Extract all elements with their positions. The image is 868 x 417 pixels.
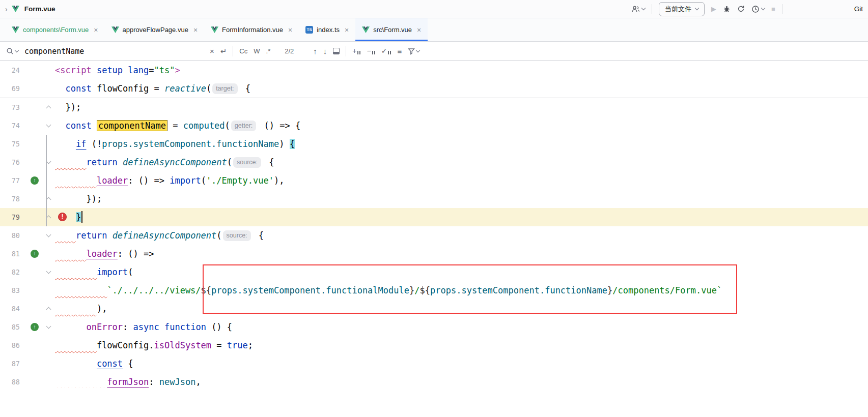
- fold-down-icon[interactable]: [46, 324, 51, 329]
- open-in-find-window-button[interactable]: [333, 48, 340, 54]
- code-line[interactable]: 82 import(: [0, 263, 868, 281]
- line-number[interactable]: 77: [0, 171, 24, 190]
- code-line[interactable]: 75 if (!props.systemComponent.functionNa…: [0, 135, 868, 153]
- code-line[interactable]: 81↑ loader: () =>: [0, 245, 868, 263]
- editor-tab[interactable]: FormInformation.vue×: [204, 18, 299, 41]
- code-editor[interactable]: 24<script setup lang="ts">69 const flowC…: [0, 61, 868, 417]
- fold-up-icon[interactable]: [46, 307, 51, 312]
- search-options-button[interactable]: ≡: [397, 47, 402, 55]
- fold-down-icon[interactable]: [46, 269, 51, 274]
- match-case-toggle[interactable]: Cc: [239, 47, 247, 55]
- rerun-button[interactable]: [737, 5, 745, 13]
- code-line[interactable]: 88 formJson: newJson,: [0, 373, 868, 391]
- code-line-content[interactable]: loader: () => import('./Empty.vue'),: [55, 171, 868, 190]
- code-line[interactable]: 86 flowConfig.isOldSystem = true;: [0, 336, 868, 354]
- filter-button[interactable]: [408, 48, 419, 55]
- editor-tab[interactable]: components\Form.vue×: [5, 18, 105, 41]
- code-line-content[interactable]: return defineAsyncComponent(source: {: [55, 226, 868, 245]
- select-all-matches-button[interactable]: ✓: [381, 48, 391, 54]
- line-number[interactable]: 74: [0, 116, 24, 135]
- tab-close-icon[interactable]: ×: [417, 26, 421, 34]
- line-number[interactable]: 86: [0, 336, 24, 354]
- green-arrow-gutter-icon[interactable]: ↑: [31, 250, 39, 258]
- code-line[interactable]: 76 return defineAsyncComponent(source: {: [0, 153, 868, 171]
- code-line[interactable]: 78 });: [0, 190, 868, 208]
- line-number[interactable]: 69: [0, 79, 24, 98]
- code-line[interactable]: 74 const componentName = computed(getter…: [0, 116, 868, 135]
- line-number[interactable]: 81: [0, 245, 24, 263]
- error-icon[interactable]: !: [58, 213, 67, 221]
- tab-close-icon[interactable]: ×: [345, 26, 349, 34]
- green-arrow-gutter-icon[interactable]: ↑: [31, 323, 39, 331]
- profiler-button[interactable]: [751, 5, 765, 13]
- line-number[interactable]: 87: [0, 354, 24, 373]
- line-number[interactable]: 79: [0, 208, 24, 226]
- code-line-content[interactable]: });: [55, 98, 868, 116]
- code-line-content[interactable]: formJson: newJson,: [55, 373, 868, 391]
- code-line-content[interactable]: ! }: [55, 208, 868, 226]
- fold-down-icon[interactable]: [46, 123, 51, 128]
- fold-up-icon[interactable]: [46, 197, 51, 202]
- code-line[interactable]: 24<script setup lang="ts">: [0, 61, 868, 79]
- line-number[interactable]: 78: [0, 190, 24, 208]
- code-line-content[interactable]: const componentName = computed(getter: (…: [55, 116, 868, 135]
- run-button[interactable]: ▶: [711, 5, 716, 13]
- users-button[interactable]: [631, 5, 645, 13]
- line-number[interactable]: 83: [0, 281, 24, 300]
- tab-close-icon[interactable]: ×: [193, 26, 198, 34]
- tab-close-icon[interactable]: ×: [94, 26, 98, 34]
- editor-tab[interactable]: approveFlowPage.vue×: [105, 18, 205, 41]
- line-number[interactable]: 84: [0, 300, 24, 318]
- code-line[interactable]: 83 `./../../../views/${props.systemCompo…: [0, 281, 868, 300]
- code-line-content[interactable]: `./../../../views/${props.systemComponen…: [55, 281, 868, 300]
- next-match-button[interactable]: ↓: [323, 47, 327, 55]
- fold-down-icon[interactable]: [46, 159, 51, 164]
- line-number[interactable]: 75: [0, 135, 24, 153]
- clear-search-icon[interactable]: ×: [210, 47, 214, 55]
- code-line-content[interactable]: onError: async function () {: [55, 318, 868, 336]
- code-line-content[interactable]: flowConfig.isOldSystem = true;: [55, 336, 868, 354]
- previous-match-button[interactable]: ↑: [313, 47, 317, 55]
- search-icon[interactable]: [6, 47, 18, 55]
- code-line-content[interactable]: const {: [55, 354, 868, 373]
- code-line[interactable]: 87 const {: [0, 354, 868, 373]
- code-line-content[interactable]: loader: () =>: [55, 245, 868, 263]
- fold-up-icon[interactable]: [46, 216, 51, 221]
- line-number[interactable]: 80: [0, 226, 24, 245]
- code-line-content[interactable]: });: [55, 190, 868, 208]
- editor-tab[interactable]: TSindex.ts×: [299, 18, 355, 41]
- line-number[interactable]: 82: [0, 263, 24, 281]
- code-line[interactable]: 79! }: [0, 208, 868, 226]
- search-input[interactable]: componentName: [24, 47, 204, 56]
- code-line[interactable]: 77↑ loader: () => import('./Empty.vue'),: [0, 171, 868, 190]
- code-line[interactable]: 69 const flowConfig = reactive(target: {: [0, 79, 868, 98]
- run-config-selector[interactable]: 当前文件: [659, 2, 705, 16]
- line-number[interactable]: 73: [0, 98, 24, 116]
- line-number[interactable]: 76: [0, 153, 24, 171]
- line-number[interactable]: 24: [0, 61, 24, 79]
- code-line-content[interactable]: <script setup lang="ts">: [55, 61, 868, 79]
- debug-button[interactable]: [723, 5, 731, 13]
- code-line[interactable]: 84 ),: [0, 300, 868, 318]
- git-menu[interactable]: Git: [854, 5, 863, 13]
- remove-selection-button[interactable]: −: [367, 48, 375, 54]
- tab-close-icon[interactable]: ×: [288, 26, 292, 34]
- line-number[interactable]: 88: [0, 373, 24, 391]
- fold-up-icon[interactable]: [46, 106, 51, 111]
- fold-down-icon[interactable]: [46, 232, 51, 237]
- editor-tab-active[interactable]: src\Form.vue×: [355, 18, 428, 41]
- stop-button[interactable]: ■: [771, 5, 775, 13]
- code-line-content[interactable]: if (!props.systemComponent.functionName)…: [55, 135, 868, 153]
- whole-words-toggle[interactable]: W: [254, 47, 260, 55]
- code-line-content[interactable]: const flowConfig = reactive(target: {: [55, 79, 868, 98]
- green-arrow-gutter-icon[interactable]: ↑: [31, 176, 39, 185]
- chevron-right-icon[interactable]: ›: [5, 5, 8, 13]
- line-number[interactable]: 85: [0, 318, 24, 336]
- code-line[interactable]: 73 });: [0, 98, 868, 116]
- add-selection-button[interactable]: +: [352, 48, 360, 54]
- code-line[interactable]: 85↑ onError: async function () {: [0, 318, 868, 336]
- code-line-content[interactable]: return defineAsyncComponent(source: {: [55, 153, 868, 171]
- regex-toggle[interactable]: .*: [266, 47, 271, 55]
- code-line-content[interactable]: ),: [55, 300, 868, 318]
- code-line[interactable]: 80 return defineAsyncComponent(source: {: [0, 226, 868, 245]
